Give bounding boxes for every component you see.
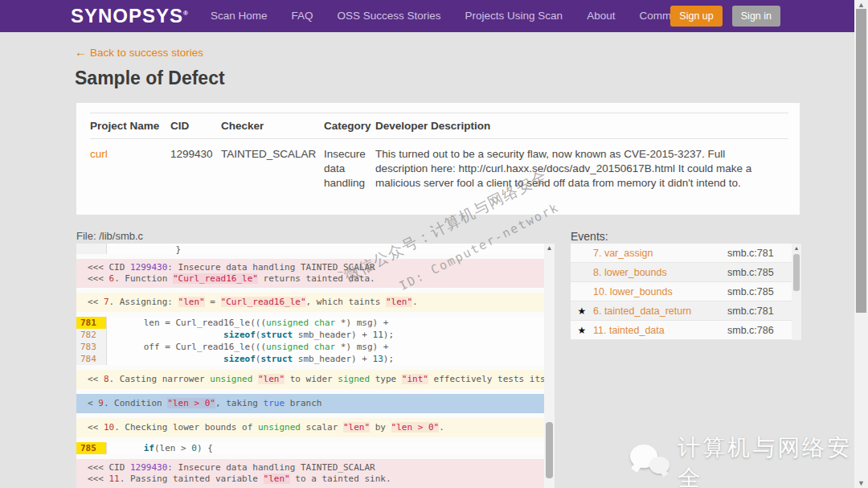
line-number bbox=[76, 244, 107, 254]
branch-annotation: < 9. Condition "len > 0", taking true br… bbox=[76, 394, 544, 413]
code-rows: }<<< CID 1299430: Insecure data handling… bbox=[76, 244, 544, 488]
line-number: 785 bbox=[76, 442, 107, 454]
defect-annotation: <<< CID 1299430: Insecure data handling … bbox=[76, 459, 544, 488]
event-location: smb.c:781 bbox=[727, 248, 792, 259]
wechat-watermark: 计算机与网络安全 bbox=[628, 433, 868, 488]
defect-table: Project Name CID Checker Category Develo… bbox=[90, 113, 788, 191]
back-arrow-icon: ← bbox=[75, 45, 87, 59]
event-link[interactable]: 8. lower_bounds bbox=[593, 267, 727, 278]
column-developer-description: Developer Description bbox=[375, 113, 788, 139]
event-row[interactable]: 8. lower_boundssmb.c:785 bbox=[571, 263, 792, 282]
defect-summary-card: Project Name CID Checker Category Develo… bbox=[76, 103, 800, 215]
event-row[interactable]: 10. lower_boundssmb.c:785 bbox=[571, 282, 792, 301]
event-row[interactable]: 7. var_assignsmb.c:781 bbox=[571, 244, 792, 263]
cid-value: 1299430 bbox=[170, 139, 221, 191]
event-annotation: << 8. Casting narrower unsigned "len" to… bbox=[76, 370, 544, 389]
line-number: 782 bbox=[76, 329, 107, 341]
event-link[interactable]: 6. tainted_data_return bbox=[593, 306, 727, 317]
code-viewer: }<<< CID 1299430: Insecure data handling… bbox=[76, 244, 555, 488]
file-path-label: File: /lib/smb.c bbox=[76, 230, 143, 242]
event-location: smb.c:786 bbox=[727, 325, 792, 336]
star-icon: ★ bbox=[571, 325, 593, 336]
synopsys-logo[interactable]: SYNOPSYS® bbox=[71, 5, 189, 27]
code-line-block: 785 if(len > 0) { bbox=[76, 442, 544, 454]
code-line-block: 781 len = Curl_read16_le(((unsigned char… bbox=[76, 317, 544, 365]
page-scrollbar[interactable]: ▲ ▼ bbox=[854, 0, 868, 488]
events-label: Events: bbox=[571, 230, 608, 243]
page-scrollbar-thumb[interactable] bbox=[856, 9, 866, 313]
event-link[interactable]: 11. tainted_data bbox=[593, 325, 727, 336]
event-row[interactable]: ★6. tainted_data_returnsmb.c:781 bbox=[571, 301, 792, 321]
scroll-up-arrow-icon[interactable]: ▲ bbox=[854, 1, 868, 9]
back-link-label: Back to success stories bbox=[90, 47, 203, 59]
code-scrollbar[interactable]: ▲ bbox=[544, 244, 555, 488]
watermark-logo-text: 计算机与网络安全 bbox=[678, 433, 868, 488]
nav-item-projects-using-scan[interactable]: Projects Using Scan bbox=[453, 0, 575, 32]
checker-value: TAINTED_SCALAR bbox=[221, 139, 324, 191]
nav-item-faq[interactable]: FAQ bbox=[280, 0, 326, 32]
scroll-up-arrow-icon[interactable]: ▲ bbox=[792, 244, 801, 252]
event-location: smb.c:781 bbox=[727, 306, 792, 317]
sign-up-button[interactable]: Sign up bbox=[670, 6, 722, 27]
star-icon: ★ bbox=[571, 306, 593, 317]
event-link[interactable]: 10. lower_bounds bbox=[593, 286, 727, 297]
defect-annotation: <<< CID 1299430: Insecure data handling … bbox=[76, 259, 544, 288]
table-header-row: Project Name CID Checker Category Develo… bbox=[90, 113, 788, 139]
events-scrollbar-thumb[interactable] bbox=[793, 254, 800, 291]
column-project-name: Project Name bbox=[90, 113, 170, 139]
wechat-bubbles-icon bbox=[628, 443, 674, 483]
nav-item-about[interactable]: About bbox=[575, 0, 627, 32]
column-checker: Checker bbox=[221, 113, 324, 139]
event-location: smb.c:785 bbox=[727, 267, 792, 278]
line-number: 784 bbox=[76, 353, 107, 365]
event-link[interactable]: 7. var_assign bbox=[593, 248, 727, 259]
event-annotation: << 7. Assigning: "len" = "Curl_read16_le… bbox=[76, 293, 544, 312]
nav-item-oss-success-stories[interactable]: OSS Success Stories bbox=[326, 0, 453, 32]
sign-in-button[interactable]: Sign in bbox=[732, 6, 780, 27]
table-row: curl 1299430 TAINTED_SCALAR Insecure dat… bbox=[90, 139, 788, 191]
nav-item-scan-home[interactable]: Scan Home bbox=[199, 0, 280, 32]
line-number: 783 bbox=[76, 341, 107, 353]
scroll-up-arrow-icon[interactable]: ▲ bbox=[544, 244, 555, 253]
category-value: Insecure data handling bbox=[324, 139, 375, 191]
event-row[interactable]: ★11. tainted_datasmb.c:786 bbox=[571, 321, 792, 340]
logo-text: SYNOPSYS bbox=[71, 5, 183, 27]
column-category: Category bbox=[324, 113, 375, 139]
event-location: smb.c:785 bbox=[727, 286, 792, 297]
top-navbar: SYNOPSYS® Scan HomeFAQOSS Success Storie… bbox=[0, 0, 854, 32]
event-annotation: << 10. Checking lower bounds of unsigned… bbox=[76, 418, 544, 437]
column-cid: CID bbox=[170, 113, 221, 139]
code-scrollbar-thumb[interactable] bbox=[546, 422, 553, 478]
project-link-curl[interactable]: curl bbox=[90, 148, 108, 160]
nav-items: Scan HomeFAQOSS Success StoriesProjects … bbox=[199, 0, 706, 32]
description-value: This turned out to be a security flaw, n… bbox=[375, 139, 788, 191]
events-scrollbar[interactable]: ▲ bbox=[792, 244, 801, 340]
line-number: 781 bbox=[76, 317, 107, 329]
auth-buttons: Sign up Sign in bbox=[670, 6, 780, 27]
scroll-down-arrow-icon[interactable]: ▼ bbox=[854, 479, 868, 487]
back-to-success-stories-link[interactable]: ←Back to success stories bbox=[75, 45, 203, 59]
events-list: 7. var_assignsmb.c:7818. lower_boundssmb… bbox=[571, 244, 792, 340]
registered-mark: ® bbox=[183, 10, 189, 17]
page-title: Sample of Defect bbox=[75, 68, 225, 89]
